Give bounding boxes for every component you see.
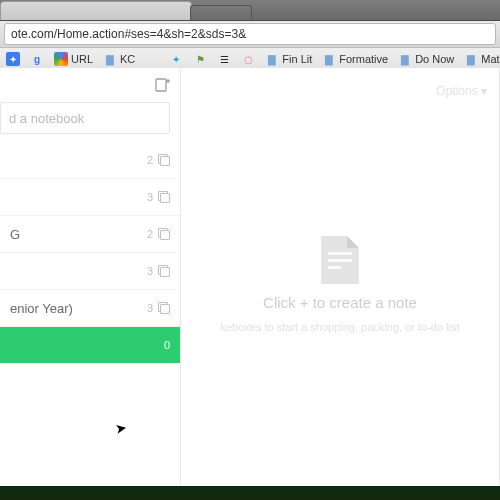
stack-icon — [158, 191, 170, 203]
notebook-count: 0 — [164, 339, 170, 351]
bookmark-item[interactable]: URL — [50, 51, 97, 67]
notebook-row[interactable]: G2 — [0, 216, 180, 253]
bookmark-label: URL — [71, 53, 93, 65]
browser-tab-inactive[interactable] — [190, 5, 252, 20]
notebook-label: enior Year) — [10, 301, 73, 316]
new-notebook-icon — [154, 77, 170, 93]
empty-state-subtitle: keboxes to start a shopping, packing, or… — [220, 321, 459, 333]
bookmark-item[interactable]: ▇Formative — [318, 51, 392, 67]
omnibox[interactable]: ote.com/Home.action#ses=4&sh=2&sds=3& — [4, 23, 496, 45]
notebook-count: 2 — [147, 154, 153, 166]
bookmark-item[interactable]: ▇KC — [99, 51, 139, 67]
browser-toolbar: ote.com/Home.action#ses=4&sh=2&sds=3& — [0, 21, 500, 48]
bookmark-item[interactable]: ⚑ — [189, 51, 211, 67]
bookmark-item[interactable]: ▇Do Now — [394, 51, 458, 67]
notebook-row[interactable]: 3 — [0, 253, 180, 290]
notebook-count: 3 — [147, 191, 153, 203]
folder-icon: ▇ — [265, 52, 279, 66]
notebook-row[interactable]: 3 — [0, 179, 180, 216]
folder-icon: ▇ — [398, 52, 412, 66]
circle-icon: ◌ — [241, 52, 255, 66]
bookmark-label: Math — [481, 53, 500, 65]
empty-state: Click + to create a note keboxes to star… — [181, 68, 499, 500]
bookmark-item[interactable] — [141, 51, 163, 67]
notebook-row-selected[interactable]: 0 — [0, 327, 180, 364]
google-icon: g — [30, 52, 44, 66]
twitter-icon: ✦ — [169, 52, 183, 66]
svg-rect-0 — [156, 79, 166, 91]
apple-icon — [145, 52, 159, 66]
empty-state-title: Click + to create a note — [263, 294, 417, 311]
bookmark-item[interactable]: ◌ — [237, 51, 259, 67]
new-notebook-button[interactable] — [154, 77, 170, 93]
notebook-label: G — [10, 227, 20, 242]
bookmark-label: KC — [120, 53, 135, 65]
search-notebook-input[interactable]: d a notebook — [0, 102, 170, 134]
notebook-count: 2 — [147, 228, 153, 240]
bookmark-icon: ✦ — [6, 52, 20, 66]
bookmark-item[interactable]: g — [26, 51, 48, 67]
folder-icon: ▇ — [322, 52, 336, 66]
bookmark-item[interactable]: ▇Fin Lit — [261, 51, 316, 67]
stack-icon — [158, 265, 170, 277]
stack-icon — [158, 154, 170, 166]
note-list-panel: Options ▾ Click + to create a note kebox… — [181, 68, 500, 500]
bookmark-label: Do Now — [415, 53, 454, 65]
notebook-row[interactable]: 2 — [0, 142, 180, 179]
notebook-row[interactable]: enior Year)3 — [0, 290, 180, 327]
browser-tab-active[interactable] — [0, 1, 192, 20]
bookmark-item[interactable]: ☰ — [213, 51, 235, 67]
desktop-wallpaper-strip — [0, 486, 500, 500]
evernote-icon: ☰ — [217, 52, 231, 66]
browser-tabstrip — [0, 0, 500, 21]
document-icon — [321, 236, 359, 284]
notebook-sidebar: d a notebook 2 3 G2 3 enior Year)3 0 ➤ — [0, 68, 181, 500]
notebook-count: 3 — [147, 302, 153, 314]
multicolor-icon — [54, 52, 68, 66]
flag-icon: ⚑ — [193, 52, 207, 66]
bookmark-item[interactable]: ✦ — [2, 51, 24, 67]
folder-icon: ▇ — [103, 52, 117, 66]
folder-icon: ▇ — [464, 52, 478, 66]
stack-icon — [158, 302, 170, 314]
bookmark-label: Fin Lit — [282, 53, 312, 65]
stack-icon — [158, 228, 170, 240]
bookmark-item[interactable]: ✦ — [165, 51, 187, 67]
bookmark-label: Formative — [339, 53, 388, 65]
notebook-count: 3 — [147, 265, 153, 277]
bookmark-item[interactable]: ▇Math — [460, 51, 500, 67]
mouse-cursor-icon: ➤ — [114, 419, 129, 437]
options-dropdown[interactable]: Options ▾ — [436, 84, 487, 98]
